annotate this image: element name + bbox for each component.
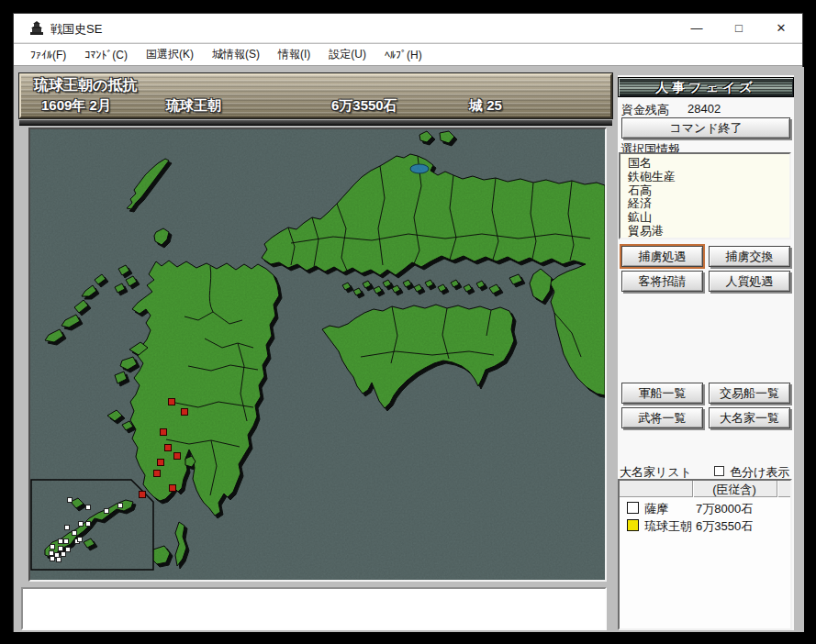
content-area: 琉球王朝の抵抗 1609年 2月 琉球王朝 6万3550石 城 25 [14,67,804,632]
castle-marker-red[interactable] [158,460,164,466]
title-bar: 戦国史SE — □ ✕ [14,14,802,43]
castle-marker-white[interactable] [50,545,55,550]
vassal-included-header: (臣従含) [692,482,777,498]
scenario-header-shadow [19,120,612,126]
daimyo-table-header: (臣従含) [620,481,790,497]
end-command-button[interactable]: コマンド終了 [621,117,790,139]
castle-marker-white[interactable] [57,558,61,562]
minimize-button[interactable]: — [676,14,718,42]
map-texture [30,129,605,580]
side-panel: 人事フェイズ 資金残高 28402 コマンド終了 選択国情報 国名 鉄砲生産 石… [618,75,794,630]
daimyo-list-button[interactable]: 大名家一覧 [709,407,790,428]
funds-label: 資金残高 [621,102,669,118]
column-divider [777,481,777,497]
daimyo-color-swatch [627,502,639,514]
map-panel[interactable] [28,128,607,582]
castle-marker-white[interactable] [118,504,123,508]
castle-marker-red[interactable] [174,453,181,460]
prisoner-treatment-button[interactable]: 捕虜処遇 [621,246,703,267]
column-divider [692,481,693,497]
daimyo-name: 薩摩 [644,501,668,517]
country-info-item[interactable]: 鉱山 [628,211,789,225]
scenario-header: 琉球王朝の抵抗 1609年 2月 琉球王朝 6万3550石 城 25 [19,73,612,118]
country-info-listbox[interactable]: 国名 鉄砲生産 石高 経済 鉱山 貿易港 [619,152,791,239]
scenario-title: 琉球王朝の抵抗 [34,76,137,95]
country-info-item[interactable]: 経済 [628,197,789,211]
country-info-item[interactable]: 石高 [628,184,789,198]
castle-marker-white[interactable] [79,522,84,527]
castle-marker-white[interactable] [73,531,77,536]
message-box [21,587,607,630]
funds-value: 28402 [687,102,721,116]
castle-marker-red[interactable] [182,409,188,416]
castle-marker-red[interactable] [165,445,172,451]
hostage-treatment-button[interactable]: 人質処遇 [709,271,790,292]
castle-marker-red[interactable] [169,399,175,405]
menu-help[interactable]: ﾍﾙﾌﾟ(H) [375,46,431,64]
phase-banner: 人事フェイズ [618,77,794,97]
castle-marker-white[interactable] [66,548,71,552]
table-row-ryukyu[interactable]: 琉球王朝 6万3550石 [620,516,790,534]
guest-general-invite-button[interactable]: 客将招請 [621,271,703,292]
menu-settings[interactable]: 設定(U) [319,44,375,65]
game-date: 1609年 2月 [41,97,111,115]
castle-marker-white[interactable] [64,539,69,544]
total-koku: 6万3550石 [331,97,397,115]
daimyo-name: 琉球王朝 [644,518,692,535]
menu-file[interactable]: ﾌｧｲﾙ(F) [21,46,75,64]
color-coding-checkbox[interactable] [714,466,724,476]
daimyo-koku: 6万3550石 [696,518,753,535]
general-list-button[interactable]: 武将一覧 [621,407,703,428]
window-title: 戦国史SE [50,21,102,38]
country-info-item[interactable]: 国名 [628,157,789,171]
close-button[interactable]: ✕ [760,14,802,42]
prisoner-exchange-button[interactable]: 捕虜交換 [709,246,790,267]
menu-command[interactable]: ｺﾏﾝﾄﾞ(C) [75,46,137,64]
castle-marker-white[interactable] [50,557,55,561]
japan-map[interactable] [30,129,605,580]
menu-bar: ﾌｧｲﾙ(F) ｺﾏﾝﾄﾞ(C) 国選択(K) 城情報(S) 情報(I) 設定(… [14,44,802,66]
country-info-item[interactable]: 貿易港 [628,225,789,239]
app-window: 戦国史SE — □ ✕ ﾌｧｲﾙ(F) ｺﾏﾝﾄﾞ(C) 国選択(K) 城情報(… [13,13,803,632]
menu-info[interactable]: 情報(I) [269,44,319,65]
castle-marker-white[interactable] [59,547,63,551]
daimyo-color-swatch [627,519,639,531]
castle-marker-red[interactable] [154,471,161,477]
castle-marker-red[interactable] [170,485,176,492]
castle-count: 城 25 [469,97,502,115]
daimyo-koku: 7万8000石 [696,501,753,517]
country-info-item[interactable]: 鉄砲生産 [628,171,789,184]
warship-list-button[interactable]: 軍船一覧 [621,383,703,404]
tradeship-list-button[interactable]: 交易船一覧 [709,383,790,404]
castle-marker-white[interactable] [65,526,70,530]
castle-marker-white[interactable] [86,505,91,510]
castle-marker-white[interactable] [61,552,66,557]
castle-marker-red[interactable] [161,429,167,436]
current-daimyo: 琉球王朝 [166,97,221,115]
table-row-satsuma[interactable]: 薩摩 7万8000石 [620,499,790,516]
menu-castle-info[interactable]: 城情報(S) [203,44,269,65]
menu-country-select[interactable]: 国選択(K) [137,44,203,65]
castle-icon [28,20,45,37]
daimyo-table[interactable]: (臣従含) 薩摩 7万8000石 琉球王朝 6万3550石 [618,479,792,630]
castle-marker-white[interactable] [105,509,109,514]
castle-marker-white[interactable] [86,522,91,527]
castle-marker-white[interactable] [50,551,54,556]
castle-marker-white[interactable] [68,498,73,503]
castle-marker-white[interactable] [59,539,63,544]
castle-marker-white[interactable] [78,538,83,542]
castle-marker-white[interactable] [55,553,60,558]
maximize-button[interactable]: □ [718,14,760,42]
castle-marker-red[interactable] [140,492,146,498]
